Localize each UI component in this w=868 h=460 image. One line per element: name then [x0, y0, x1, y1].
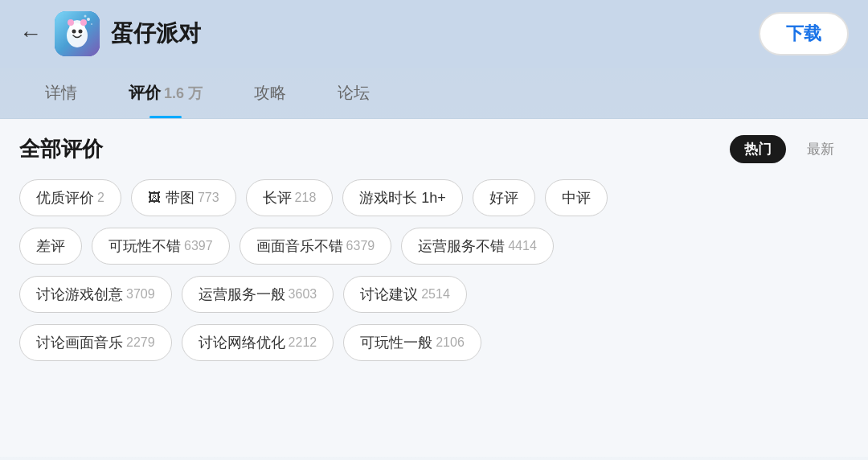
tab-forum[interactable]: 论坛	[312, 68, 395, 118]
back-button[interactable]: ←	[19, 21, 42, 47]
tag-negative[interactable]: 差评	[19, 228, 82, 265]
tab-detail[interactable]: 详情	[19, 68, 103, 118]
tag-playability-average[interactable]: 可玩性一般 2106	[343, 324, 481, 361]
svg-point-3	[72, 30, 76, 34]
tag-playtime[interactable]: 游戏时长 1h+	[342, 179, 463, 216]
tab-strategy[interactable]: 攻略	[228, 68, 312, 118]
filter-row-4: 讨论画面音乐 2279 讨论网络优化 2212 可玩性一般 2106	[19, 324, 849, 361]
svg-point-6	[80, 19, 87, 26]
tab-review[interactable]: 评价1.6 万	[103, 68, 228, 118]
app-header: ←	[0, 0, 868, 68]
tag-graphics-good[interactable]: 画面音乐不错 6379	[240, 228, 392, 265]
svg-point-9	[91, 23, 92, 25]
image-icon: 🖼	[148, 191, 161, 205]
section-header: 全部评价 热门 最新	[19, 135, 849, 163]
tag-premium-review[interactable]: 优质评价 2	[19, 179, 121, 216]
tag-game-ideas[interactable]: 讨论游戏创意 3709	[19, 276, 172, 313]
svg-point-4	[79, 30, 83, 34]
filter-tag-container: 优质评价 2 🖼 带图 773 长评 218 游戏时长 1h+ 好评 中评 差评	[19, 179, 849, 361]
tag-with-image[interactable]: 🖼 带图 773	[131, 179, 236, 216]
svg-point-7	[87, 18, 90, 21]
filter-row-2: 差评 可玩性不错 6397 画面音乐不错 6379 运营服务不错 4414	[19, 228, 849, 265]
download-button[interactable]: 下载	[759, 12, 849, 55]
filter-row-3: 讨论游戏创意 3709 运营服务一般 3603 讨论建议 2514	[19, 276, 849, 313]
app-title: 蛋仔派对	[111, 18, 759, 49]
sort-buttons: 热门 最新	[730, 135, 849, 163]
review-count-badge: 1.6 万	[164, 85, 203, 101]
tag-playability-good[interactable]: 可玩性不错 6397	[92, 228, 230, 265]
tab-bar: 详情 评价1.6 万 攻略 论坛	[0, 68, 868, 119]
tag-neutral[interactable]: 中评	[545, 179, 608, 216]
tag-positive[interactable]: 好评	[473, 179, 535, 216]
tag-graphics-music[interactable]: 讨论画面音乐 2279	[19, 324, 172, 361]
svg-point-8	[84, 15, 87, 18]
tag-long-review[interactable]: 长评 218	[246, 179, 334, 216]
tag-service-good[interactable]: 运营服务不错 4414	[401, 228, 554, 265]
tag-network[interactable]: 讨论网络优化 2212	[182, 324, 334, 361]
content-area: 全部评价 热门 最新 优质评价 2 🖼 带图 773 长评 218 游戏时长 1…	[0, 119, 868, 457]
filter-row-1: 优质评价 2 🖼 带图 773 长评 218 游戏时长 1h+ 好评 中评	[19, 179, 849, 216]
tag-suggestions[interactable]: 讨论建议 2514	[343, 276, 467, 313]
app-icon	[55, 11, 100, 56]
tag-service-average[interactable]: 运营服务一般 3603	[182, 276, 334, 313]
svg-point-5	[68, 19, 74, 26]
sort-hot-button[interactable]: 热门	[730, 135, 786, 163]
sort-new-button[interactable]: 最新	[792, 135, 849, 163]
section-title: 全部评价	[19, 135, 103, 163]
